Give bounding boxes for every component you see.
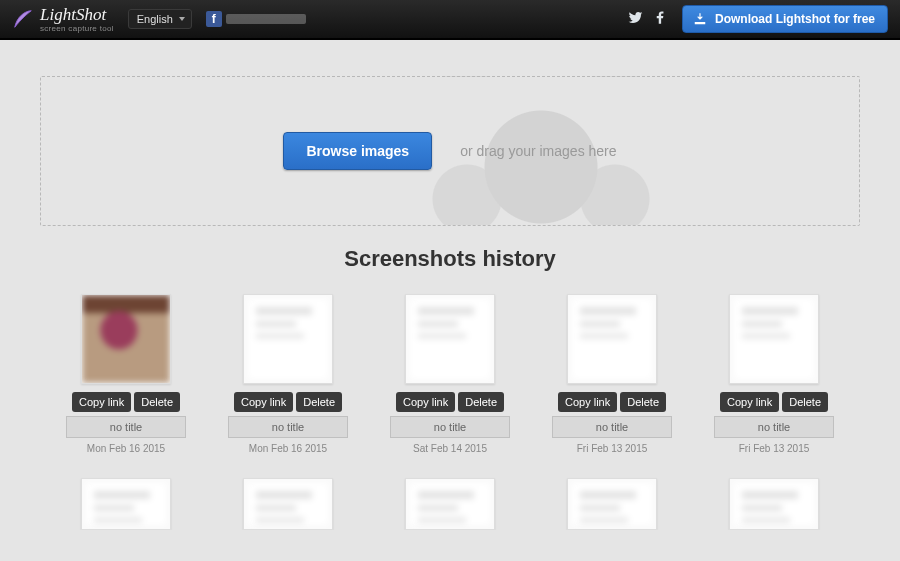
title-field[interactable]: no title bbox=[66, 416, 186, 438]
facebook-icon: f bbox=[206, 11, 222, 27]
thumbnail[interactable] bbox=[81, 478, 171, 530]
title-field[interactable]: no title bbox=[714, 416, 834, 438]
delete-button[interactable]: Delete bbox=[458, 392, 504, 412]
top-nav: LightShot screen capture tool English f … bbox=[0, 0, 900, 40]
title-field[interactable]: no title bbox=[390, 416, 510, 438]
browse-button[interactable]: Browse images bbox=[283, 132, 432, 170]
screenshot-card: Copy link Delete no title Mon Feb 16 201… bbox=[61, 294, 191, 454]
date-label: Mon Feb 16 2015 bbox=[249, 443, 327, 454]
date-label: Fri Feb 13 2015 bbox=[577, 443, 648, 454]
screenshot-card: Copy link Delete no title Sat Feb 14 201… bbox=[385, 294, 515, 454]
delete-button[interactable]: Delete bbox=[782, 392, 828, 412]
delete-button[interactable]: Delete bbox=[296, 392, 342, 412]
delete-button[interactable]: Delete bbox=[134, 392, 180, 412]
thumbnail[interactable] bbox=[405, 478, 495, 530]
screenshot-card: Copy link Delete no title Fri Feb 13 201… bbox=[547, 294, 677, 454]
feather-icon bbox=[12, 8, 34, 30]
download-label: Download Lightshot for free bbox=[715, 12, 875, 26]
download-button[interactable]: Download Lightshot for free bbox=[682, 5, 888, 33]
download-icon bbox=[693, 12, 707, 26]
brand-name: LightShot bbox=[40, 6, 114, 23]
language-label: English bbox=[137, 13, 173, 25]
thumbnail[interactable] bbox=[405, 294, 495, 384]
language-select[interactable]: English bbox=[128, 9, 192, 29]
thumbnail[interactable] bbox=[729, 294, 819, 384]
copy-link-button[interactable]: Copy link bbox=[72, 392, 131, 412]
twitter-icon[interactable] bbox=[628, 10, 643, 29]
facebook-username-redacted bbox=[226, 14, 306, 24]
title-field[interactable]: no title bbox=[228, 416, 348, 438]
date-label: Mon Feb 16 2015 bbox=[87, 443, 165, 454]
date-label: Fri Feb 13 2015 bbox=[739, 443, 810, 454]
copy-link-button[interactable]: Copy link bbox=[396, 392, 455, 412]
social-links bbox=[628, 10, 668, 29]
copy-link-button[interactable]: Copy link bbox=[234, 392, 293, 412]
facebook-link-icon[interactable] bbox=[653, 10, 668, 29]
thumbnail[interactable] bbox=[243, 478, 333, 530]
logo[interactable]: LightShot screen capture tool bbox=[12, 6, 114, 33]
facebook-account[interactable]: f bbox=[206, 11, 306, 27]
thumbnail[interactable] bbox=[567, 294, 657, 384]
copy-link-button[interactable]: Copy link bbox=[720, 392, 779, 412]
thumbnail[interactable] bbox=[567, 478, 657, 530]
brand-tagline: screen capture tool bbox=[40, 25, 114, 33]
screenshot-card: Copy link Delete no title Mon Feb 16 201… bbox=[223, 294, 353, 454]
history-heading: Screenshots history bbox=[0, 246, 900, 272]
date-label: Sat Feb 14 2015 bbox=[413, 443, 487, 454]
delete-button[interactable]: Delete bbox=[620, 392, 666, 412]
drag-hint: or drag your images here bbox=[460, 143, 616, 159]
thumbnail[interactable] bbox=[81, 294, 171, 384]
screenshot-card: Copy link Delete no title Fri Feb 13 201… bbox=[709, 294, 839, 454]
screenshot-grid-partial bbox=[0, 478, 900, 530]
thumbnail[interactable] bbox=[729, 478, 819, 530]
thumbnail[interactable] bbox=[243, 294, 333, 384]
upload-dropzone[interactable]: Browse images or drag your images here bbox=[40, 76, 860, 226]
screenshot-grid: Copy link Delete no title Mon Feb 16 201… bbox=[0, 294, 900, 474]
title-field[interactable]: no title bbox=[552, 416, 672, 438]
copy-link-button[interactable]: Copy link bbox=[558, 392, 617, 412]
